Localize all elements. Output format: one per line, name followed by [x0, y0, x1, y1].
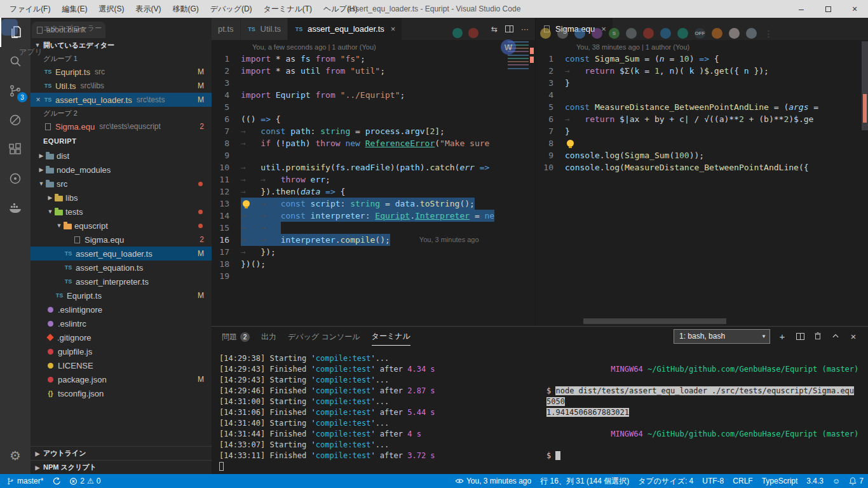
editor-body-left[interactable]: You, a few seconds ago | 1 author (You)1…	[212, 40, 535, 326]
code-line: 10console.log(MeasureDistance_BetweenPoi…	[536, 161, 868, 173]
problems-item[interactable]: 2 ⚠ 0	[65, 474, 105, 488]
scrollbar-horizontal[interactable]	[583, 318, 726, 324]
code-line: 9	[212, 149, 535, 161]
close-icon[interactable]: ×	[391, 24, 396, 34]
activity-docker[interactable]	[0, 193, 31, 222]
activity-extensions[interactable]	[0, 135, 31, 164]
ts-version-item[interactable]: 3.4.3	[802, 474, 828, 488]
close-icon[interactable]: ×	[33, 95, 43, 104]
split-editor-icon[interactable]	[505, 25, 513, 32]
close-button[interactable]: ×	[841, 0, 868, 18]
code-line: 7→ const path: string = process.argv[2];	[212, 125, 535, 137]
sidebar-section-NPM スクリプト[interactable]: ▶NPM スクリプト	[31, 460, 212, 474]
panel-tabs: 問題2出力デバッグ コンソールターミナル	[222, 327, 410, 346]
menu-item[interactable]: 編集(E)	[56, 0, 93, 18]
panel-tab[interactable]: ターミナル	[372, 327, 410, 346]
language-mode-item[interactable]: TypeScript	[757, 474, 803, 488]
terminal-select[interactable]: 1: bash, bash	[674, 329, 770, 344]
open-editors-header[interactable]: ▼ 開いているエディター	[31, 38, 212, 52]
menu-item[interactable]: 表示(V)	[130, 0, 166, 18]
encoding-item[interactable]: UTF-8	[698, 474, 728, 488]
lightbulb-icon[interactable]	[243, 200, 250, 207]
activity-source-control[interactable]: 3	[0, 76, 31, 105]
git-branch-item[interactable]: master*	[0, 474, 48, 488]
code-editor-left[interactable]: You, a few seconds ago | 1 author (You)1…	[212, 40, 535, 326]
menu-item[interactable]: ファイル(F)	[4, 0, 56, 18]
open-editor-item[interactable]: TSUtil.tssrc\libsM	[31, 79, 212, 93]
terminal-text: ~/GitHub/github.com/GenbuHase/Equript	[643, 365, 822, 374]
eol-item[interactable]: CRLF	[728, 474, 757, 488]
panel-tab-label: ターミナル	[372, 331, 410, 342]
minimap[interactable]	[508, 41, 529, 71]
tree-item[interactable]: .eslintrc	[31, 316, 212, 330]
tree-item[interactable]: gulpfile.js	[31, 344, 212, 358]
split-terminal-button[interactable]	[794, 330, 806, 342]
tree-item[interactable]: TSassert_equation.ts	[31, 261, 212, 274]
terminal-pane-left[interactable]: [14:29:38] Starting 'compile:test'...[14…	[212, 346, 541, 474]
tree-item[interactable]: .gitignore	[31, 330, 212, 344]
code-text: → → interpreter.compile();	[241, 234, 390, 246]
section-label: アウトライン	[43, 449, 86, 458]
indentation-item[interactable]: タブのサイズ: 4	[634, 474, 698, 488]
notifications-item[interactable]: 7	[844, 474, 868, 488]
activity-search[interactable]	[0, 47, 31, 76]
panel-tab[interactable]: 問題2	[222, 327, 250, 346]
lightbulb-icon[interactable]	[567, 140, 574, 147]
editor-tab[interactable]: TSassert_equ_loader.ts×	[288, 18, 402, 40]
tree-item[interactable]: ▼src	[31, 177, 212, 191]
tree-item[interactable]: ▼tests	[31, 205, 212, 219]
maximize-button[interactable]	[815, 0, 841, 18]
menu-item[interactable]: デバッグ(D)	[205, 0, 258, 18]
panel-tab[interactable]: デバッグ コンソール	[288, 327, 360, 346]
tree-item[interactable]: TSassert_interpreter.ts	[31, 274, 212, 288]
git-sync-item[interactable]	[48, 474, 65, 488]
tree-item[interactable]: TSEquript.tsM	[31, 288, 212, 302]
menu-item[interactable]: ターミナル(T)	[258, 0, 318, 18]
token: )(	[390, 163, 400, 172]
panel-tab[interactable]: 出力	[261, 327, 276, 346]
tree-item[interactable]: ▶node_modules	[31, 163, 212, 177]
tree-item[interactable]: package.jsonM	[31, 372, 212, 386]
ts-file-icon: TS	[64, 278, 73, 285]
tree-item-label: Equript.ts	[67, 291, 102, 301]
tree-item[interactable]: {}tsconfig.json	[31, 386, 212, 400]
terminal-pane-right[interactable]: MINGW64 ~/GitHub/github.com/GenbuHase/Eq…	[541, 346, 868, 474]
code-editor-right[interactable]: You, 38 minutes ago | 1 author (You)1con…	[536, 40, 868, 326]
tree-item[interactable]: Sigma.equ2	[31, 233, 212, 247]
menu-item[interactable]: 移動(G)	[166, 0, 204, 18]
kill-terminal-button[interactable]	[812, 330, 824, 342]
new-terminal-button[interactable]: +	[776, 330, 788, 342]
tree-item[interactable]: TSassert_equ_loader.tsM	[31, 247, 212, 261]
open-editor-item[interactable]: Sigma.equsrc\tests\equscript2	[31, 119, 212, 133]
activity-settings[interactable]: ⚙	[0, 441, 31, 470]
cursor-position-item[interactable]: 行 16、列 31 (144 個選択)	[536, 474, 634, 488]
more-actions-icon[interactable]: ···	[521, 25, 529, 34]
maximize-panel-button[interactable]	[830, 330, 841, 342]
close-panel-button[interactable]: ×	[848, 330, 859, 342]
gitlens-blame-item[interactable]: You, 3 minutes ago	[449, 474, 536, 488]
minimize-button[interactable]: –	[788, 0, 815, 18]
tree-item[interactable]: ▶dist	[31, 149, 212, 163]
feedback-item[interactable]: ☺	[828, 474, 844, 488]
editor-tab[interactable]: pt.ts	[212, 18, 241, 40]
overview-error-mark	[530, 48, 534, 54]
open-editor-item[interactable]: ×TSassert_equ_loader.tssrc\testsM	[31, 93, 212, 107]
scrollbar-vertical[interactable]	[862, 40, 868, 326]
activity-circle-slash[interactable]	[0, 105, 31, 135]
editor-body-right[interactable]: You, 38 minutes ago | 1 author (You)1con…	[536, 40, 868, 326]
activity-live-share[interactable]	[0, 164, 31, 193]
open-editor-item[interactable]: TSEquript.tssrcM	[31, 65, 212, 79]
tree-header[interactable]: EQURIPT	[31, 133, 212, 149]
menu-item[interactable]: 選択(S)	[93, 0, 130, 18]
tree-item[interactable]: ▶libs	[31, 191, 212, 205]
editor-tab[interactable]: Sigma.equ×	[536, 18, 613, 40]
sidebar-section-アウトライン[interactable]: ▶アウトライン	[31, 446, 212, 460]
tree-item[interactable]: LICENSE	[31, 358, 212, 372]
compare-icon[interactable]: ⇆	[491, 25, 498, 34]
editor-tab[interactable]: TSUtil.ts	[241, 18, 288, 40]
tree-item[interactable]: ▼equscript	[31, 219, 212, 233]
tree-item[interactable]: .eslintignore	[31, 302, 212, 316]
close-icon[interactable]: ×	[601, 24, 606, 34]
tabbar-right: Sigma.equ×	[536, 18, 868, 40]
activity-explorer[interactable]	[0, 18, 31, 47]
